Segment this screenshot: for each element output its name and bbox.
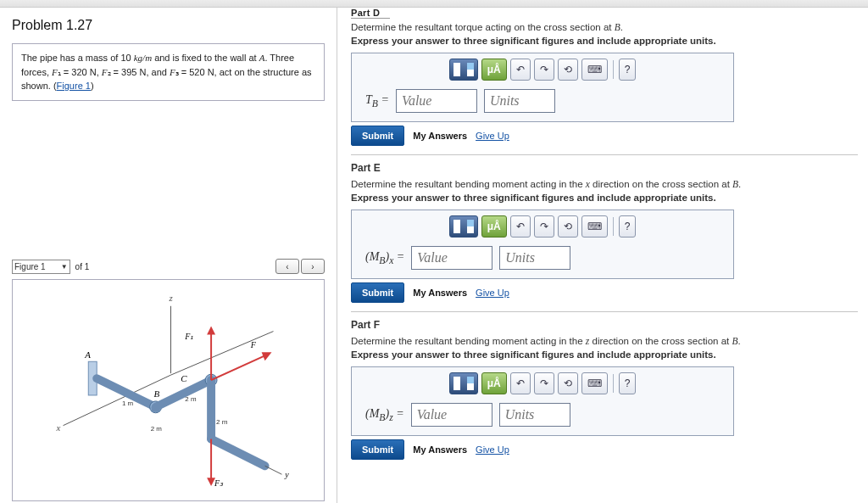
problem-title: Problem 1.27: [12, 18, 325, 33]
part-d-submit-button[interactable]: Submit: [351, 126, 404, 146]
part-e-actions: Submit My Answers Give Up: [351, 282, 858, 303]
figure-navigator: Figure 1 ▼ of 1 ‹ › z x: [12, 259, 325, 501]
svg-text:2 m: 2 m: [151, 425, 163, 433]
undo-button[interactable]: ↶: [510, 372, 531, 394]
part-d-directions: Express your answer to three significant…: [351, 36, 858, 46]
part-f-label: Part F: [351, 319, 858, 331]
part-e-input-line: (MB)x =: [357, 246, 728, 270]
part-f-input-line: (MB)z =: [357, 403, 728, 427]
part-d-toolbar: μÅ ↶ ↷ ⟲ ⌨ ?: [357, 59, 728, 81]
reset-button[interactable]: ⟲: [558, 59, 578, 81]
keyboard-button[interactable]: ⌨: [581, 215, 608, 238]
svg-text:x: x: [56, 422, 61, 433]
part-f-my-answers[interactable]: My Answers: [413, 444, 467, 455]
svg-text:2 m: 2 m: [185, 395, 197, 403]
figure-dropdown-label: Figure 1: [14, 262, 46, 271]
part-d-give-up[interactable]: Give Up: [476, 131, 509, 141]
reset-button[interactable]: ⟲: [558, 215, 578, 238]
svg-text:B: B: [154, 388, 160, 399]
help-button[interactable]: ?: [619, 215, 637, 238]
figure-nav-bar: Figure 1 ▼ of 1 ‹ ›: [12, 259, 325, 274]
part-d-prompt: Determine the resultant torque acting on…: [351, 22, 858, 32]
problem-statement: The pipe has a mass of 10 kg/m and is fi…: [12, 43, 325, 101]
svg-text:C: C: [181, 373, 187, 383]
part-d-actions: Submit My Answers Give Up: [351, 126, 858, 146]
part-e-prompt: Determine the resultant bending moment a…: [351, 179, 858, 189]
svg-text:y: y: [284, 470, 289, 479]
part-d-cut-header: Part D: [351, 8, 390, 19]
part-f-value-input[interactable]: [411, 403, 492, 427]
part-e-label: Part E: [351, 162, 858, 174]
part-e-my-answers[interactable]: My Answers: [413, 288, 467, 298]
pipe-figure-svg: z x A 1 m B C: [13, 280, 324, 500]
part-d-input-line: TB =: [357, 89, 728, 113]
part-e-var-label: (MB)x =: [365, 250, 404, 266]
units-symbol-button[interactable]: μÅ: [481, 215, 507, 238]
svg-text:2 m: 2 m: [216, 418, 228, 426]
part-e-directions: Express your answer to three significant…: [351, 193, 858, 203]
window-top-strip: [0, 0, 868, 8]
keyboard-button[interactable]: ⌨: [581, 372, 608, 394]
part-d-units-input[interactable]: [484, 89, 555, 113]
part-e-answer-box: μÅ ↶ ↷ ⟲ ⌨ ? (MB)x =: [351, 210, 734, 279]
part-e-value-input[interactable]: [411, 246, 492, 270]
svg-line-22: [211, 355, 266, 380]
svg-marker-20: [207, 327, 215, 335]
toolbar-separator: [613, 374, 614, 393]
divider: [351, 311, 858, 312]
redo-button[interactable]: ↷: [534, 372, 554, 394]
left-column: Problem 1.27 The pipe has a mass of 10 k…: [0, 8, 337, 503]
toolbar-separator: [613, 60, 614, 79]
part-e-units-input[interactable]: [499, 246, 570, 270]
chevron-down-icon: ▼: [61, 263, 68, 271]
next-figure-button[interactable]: ›: [301, 259, 325, 274]
svg-text:A: A: [84, 349, 91, 360]
figure-nav-buttons: ‹ ›: [275, 259, 325, 274]
undo-button[interactable]: ↶: [510, 59, 531, 81]
figure-link[interactable]: Figure 1: [57, 81, 91, 91]
units-symbol-button[interactable]: μÅ: [481, 59, 507, 81]
part-d-value-input[interactable]: [396, 89, 477, 113]
figure-of-text: of 1: [75, 262, 90, 271]
figure-dropdown[interactable]: Figure 1 ▼: [12, 260, 70, 274]
units-symbol-button[interactable]: μÅ: [481, 372, 507, 394]
part-e-give-up[interactable]: Give Up: [476, 288, 509, 298]
svg-text:F₁: F₁: [184, 332, 193, 341]
part-f-answer-box: μÅ ↶ ↷ ⟲ ⌨ ? (MB)z =: [351, 366, 734, 436]
divider: [351, 154, 858, 155]
template-picker-button[interactable]: [449, 215, 478, 238]
figure-image: z x A 1 m B C: [12, 279, 325, 501]
part-e-section: Part E Determine the resultant bending m…: [351, 162, 858, 303]
part-f-submit-button[interactable]: Submit: [351, 439, 404, 460]
redo-button[interactable]: ↷: [534, 59, 554, 81]
part-e-submit-button[interactable]: Submit: [351, 282, 404, 303]
svg-text:z: z: [168, 293, 173, 303]
help-button[interactable]: ?: [619, 59, 637, 81]
part-d-my-answers[interactable]: My Answers: [413, 131, 467, 141]
paren-close: ): [91, 81, 94, 91]
part-d-answer-box: μÅ ↶ ↷ ⟲ ⌨ ? TB =: [351, 53, 734, 122]
part-f-actions: Submit My Answers Give Up: [351, 439, 858, 460]
part-f-prompt: Determine the resultant bending moment a…: [351, 336, 858, 346]
main-columns: Problem 1.27 The pipe has a mass of 10 k…: [0, 8, 868, 503]
template-picker-button[interactable]: [449, 59, 478, 81]
part-f-units-input[interactable]: [499, 403, 570, 427]
part-d-var-label: TB =: [365, 93, 389, 109]
reset-button[interactable]: ⟲: [558, 372, 578, 394]
part-f-var-label: (MB)z =: [365, 407, 404, 423]
svg-text:F₃: F₃: [214, 478, 224, 488]
toolbar-separator: [613, 217, 614, 236]
undo-button[interactable]: ↶: [510, 215, 531, 238]
svg-line-2: [64, 375, 171, 426]
part-f-section: Part F Determine the resultant bending m…: [351, 319, 858, 460]
part-e-toolbar: μÅ ↶ ↷ ⟲ ⌨ ?: [357, 215, 728, 238]
template-picker-button[interactable]: [449, 372, 478, 394]
svg-line-12: [156, 380, 211, 407]
help-button[interactable]: ?: [619, 372, 637, 394]
prev-figure-button[interactable]: ‹: [275, 259, 299, 274]
keyboard-button[interactable]: ⌨: [581, 59, 608, 81]
part-f-give-up[interactable]: Give Up: [476, 444, 509, 455]
right-column: Part D Determine the resultant torque ac…: [337, 8, 868, 503]
part-f-toolbar: μÅ ↶ ↷ ⟲ ⌨ ?: [357, 372, 728, 394]
redo-button[interactable]: ↷: [534, 215, 554, 238]
